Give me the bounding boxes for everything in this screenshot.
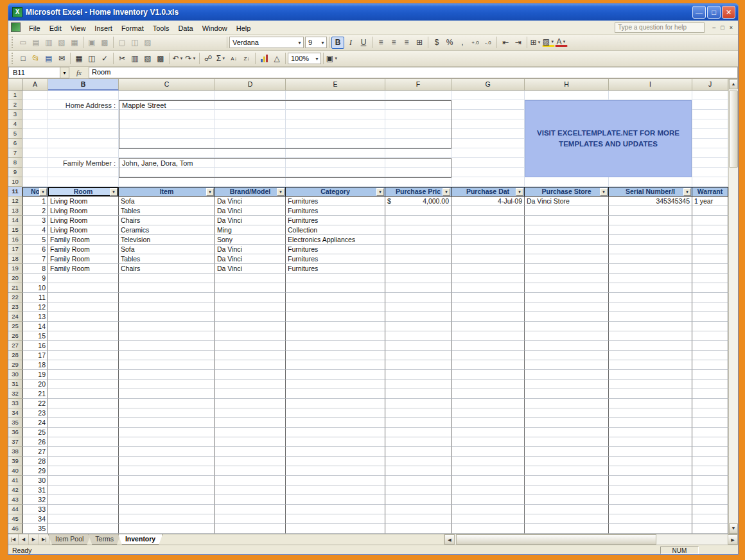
cell-B40[interactable]	[48, 466, 119, 476]
cell-B19[interactable]: Family Room	[48, 264, 119, 274]
column-header-b[interactable]: B	[48, 79, 119, 91]
cell-F16[interactable]	[385, 235, 451, 245]
cell-B6[interactable]	[48, 139, 119, 148]
cell-E14[interactable]: Furnitures	[286, 216, 385, 225]
cell-F38[interactable]	[385, 447, 451, 457]
cell-D7[interactable]	[215, 148, 286, 158]
cell-J31[interactable]	[692, 380, 728, 389]
cell-G1[interactable]	[451, 91, 525, 100]
cell-B1[interactable]	[48, 91, 119, 100]
cell-D1[interactable]	[215, 91, 286, 100]
format-painter-icon[interactable]: ▩	[154, 53, 167, 65]
cell-I33[interactable]	[609, 399, 692, 408]
vertical-scroll-track[interactable]	[729, 168, 738, 523]
cell-I40[interactable]	[609, 466, 692, 476]
cell-I19[interactable]	[609, 264, 692, 274]
cell-C39[interactable]	[119, 457, 215, 466]
cell-F43[interactable]	[385, 495, 451, 505]
cell-D23[interactable]	[215, 302, 286, 312]
cell-J10[interactable]	[692, 177, 728, 187]
column-header-f[interactable]: F	[385, 79, 451, 91]
row-header-35[interactable]: 35	[8, 418, 22, 428]
table-header-I11[interactable]: Serial Number/I▼	[609, 187, 692, 197]
cell-A9[interactable]	[22, 168, 48, 177]
cell-E30[interactable]	[286, 370, 385, 380]
cell-G21[interactable]	[451, 283, 525, 293]
cell-F32[interactable]	[385, 389, 451, 399]
cell-E22[interactable]	[286, 293, 385, 302]
cell-C43[interactable]	[119, 495, 215, 505]
merge-center-button[interactable]: ⊞	[413, 37, 426, 49]
cell-H35[interactable]	[525, 418, 609, 428]
cell-J33[interactable]	[692, 399, 728, 408]
cell-I41[interactable]	[609, 476, 692, 486]
cell-E37[interactable]	[286, 437, 385, 447]
cell-H18[interactable]	[525, 254, 609, 264]
cell-G17[interactable]	[451, 245, 525, 254]
cell-E46[interactable]	[286, 524, 385, 534]
cell-G3[interactable]	[451, 110, 525, 119]
cell-J21[interactable]	[692, 283, 728, 293]
cell-I1[interactable]	[609, 91, 692, 100]
cell-B23[interactable]	[48, 302, 119, 312]
cell-E31[interactable]	[286, 380, 385, 389]
increase-indent-button[interactable]: ⇥	[512, 37, 525, 49]
ghost-icon[interactable]: ▭	[17, 37, 30, 49]
cell-H40[interactable]	[525, 466, 609, 476]
cell-F31[interactable]	[385, 380, 451, 389]
cell-C16[interactable]: Television	[119, 235, 215, 245]
cell-E42[interactable]	[286, 486, 385, 495]
cell-G12[interactable]: 4-Jul-09	[451, 197, 525, 206]
cell-D32[interactable]	[215, 389, 286, 399]
menu-edit[interactable]: Edit	[45, 22, 66, 34]
undo-icon[interactable]: ↶▼	[171, 53, 184, 65]
cell-B22[interactable]	[48, 293, 119, 302]
cell-A16[interactable]: 5	[22, 235, 48, 245]
column-header-h[interactable]: H	[525, 79, 609, 91]
cell-D13[interactable]: Da Vinci	[215, 206, 286, 216]
cell-H15[interactable]	[525, 225, 609, 235]
cell-D21[interactable]	[215, 283, 286, 293]
cell-A14[interactable]: 3	[22, 216, 48, 225]
row-header-25[interactable]: 25	[8, 322, 22, 331]
autofilter-dropdown-icon[interactable]: ▼	[39, 188, 47, 196]
cell-D29[interactable]	[215, 360, 286, 370]
cell-A36[interactable]: 25	[22, 428, 48, 437]
cell-A44[interactable]: 33	[22, 505, 48, 514]
print-preview-icon[interactable]: ◫	[85, 53, 98, 65]
cell-A20[interactable]: 9	[22, 274, 48, 283]
cell-E27[interactable]	[286, 341, 385, 351]
cell-B5[interactable]	[48, 129, 119, 139]
cell-D30[interactable]	[215, 370, 286, 380]
cell-I12[interactable]: 345345345	[609, 197, 692, 206]
cell-I26[interactable]	[609, 331, 692, 341]
vertical-scroll-thumb[interactable]	[729, 91, 738, 168]
cell-J42[interactable]	[692, 486, 728, 495]
cell-D41[interactable]	[215, 476, 286, 486]
cell-D31[interactable]	[215, 380, 286, 389]
cell-G23[interactable]	[451, 302, 525, 312]
cell-G8[interactable]	[451, 158, 525, 168]
cell-C46[interactable]	[119, 524, 215, 534]
cell-F30[interactable]	[385, 370, 451, 380]
cell-F17[interactable]	[385, 245, 451, 254]
table-header-H11[interactable]: Purchase Store▼	[525, 187, 609, 197]
cell-B34[interactable]	[48, 408, 119, 418]
sort-descending-icon[interactable]: Z↓	[240, 53, 253, 65]
cell-F7[interactable]	[385, 148, 451, 158]
cell-G37[interactable]	[451, 437, 525, 447]
email-icon[interactable]: ✉	[55, 53, 68, 65]
ghost-icon[interactable]: ◫	[128, 37, 141, 49]
cell-A26[interactable]: 15	[22, 331, 48, 341]
row-header-38[interactable]: 38	[8, 447, 22, 457]
cell-I15[interactable]	[609, 225, 692, 235]
cell-D44[interactable]	[215, 505, 286, 514]
align-left-button[interactable]: ≡	[374, 37, 387, 49]
cell-I24[interactable]	[609, 312, 692, 322]
cell-A18[interactable]: 7	[22, 254, 48, 264]
column-header-i[interactable]: I	[609, 79, 692, 91]
cell-E18[interactable]: Furnitures	[286, 254, 385, 264]
cell-C22[interactable]	[119, 293, 215, 302]
cell-F44[interactable]	[385, 505, 451, 514]
cell-B20[interactable]	[48, 274, 119, 283]
